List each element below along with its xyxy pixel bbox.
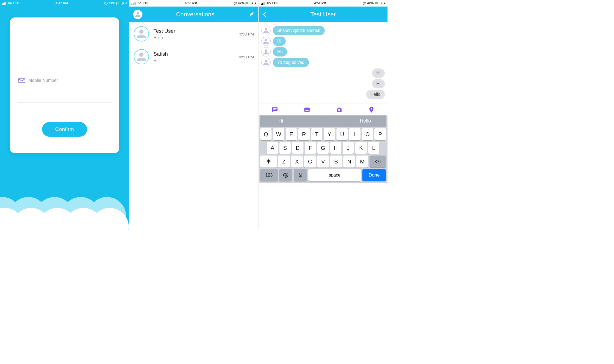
back-button[interactable] [261, 11, 268, 18]
done-key[interactable]: Done [362, 169, 386, 181]
header: Conversations [129, 7, 258, 22]
person-icon [263, 38, 269, 44]
battery-pct: 42% [238, 1, 245, 5]
key-s[interactable]: S [279, 142, 291, 154]
key-n[interactable]: N [343, 156, 355, 168]
conversation-list: Test User Hello 4:50 PM Satish Hi 4:50 P… [129, 22, 258, 68]
alarm-icon [104, 2, 108, 5]
shift-key[interactable] [260, 156, 277, 168]
avatar [134, 49, 149, 64]
text-message-button[interactable] [271, 106, 279, 113]
dictation-key[interactable] [294, 169, 307, 181]
chat-screen: Jio LTE 4:51 PM 42% ⚡︎ Test User Shshsh … [258, 0, 388, 230]
attachment-bar [259, 103, 388, 115]
key-d[interactable]: D [292, 142, 303, 154]
suggestion-bar: HiIHello [260, 115, 386, 127]
avatar [261, 47, 271, 56]
key-v[interactable]: V [317, 156, 329, 168]
message-row: Yo bug solved [261, 58, 385, 67]
status-time: 4:47 PM [56, 1, 68, 5]
suggestion[interactable]: Hi [260, 115, 302, 127]
message-row: Hi [261, 68, 385, 78]
key-z[interactable]: Z [278, 156, 290, 168]
battery-icon [246, 2, 253, 5]
conversation-time: 4:50 PM [239, 55, 254, 59]
message-bubble: Hello [366, 90, 385, 99]
network-label: LTE [272, 1, 278, 5]
person-icon [263, 59, 269, 65]
conversation-time: 4:50 PM [239, 32, 254, 36]
status-bar: Jio LTE 4:50 PM 42% ⚡︎ [129, 0, 258, 7]
avatar [261, 58, 271, 67]
battery-pct: 41% [109, 1, 115, 5]
avatar [261, 37, 271, 46]
key-j[interactable]: J [343, 142, 354, 154]
confirm-button[interactable]: Confirm [42, 122, 87, 137]
location-button[interactable] [367, 106, 375, 113]
battery-pct: 42% [367, 1, 374, 5]
key-h[interactable]: H [330, 142, 341, 154]
globe-key[interactable] [279, 169, 292, 181]
camera-button[interactable] [335, 106, 343, 113]
status-time: 4:50 PM [185, 1, 197, 5]
key-c[interactable]: C [304, 156, 316, 168]
alarm-icon [363, 2, 366, 5]
message-bubble: Hi [372, 68, 385, 78]
battery-icon [375, 2, 382, 5]
charging-icon: ⚡︎ [383, 2, 385, 5]
key-q[interactable]: Q [260, 128, 272, 140]
page-title: Conversations [176, 11, 214, 18]
person-icon [136, 52, 147, 62]
carrier-label: Jio [137, 1, 141, 5]
message-bubble: Hi [372, 79, 385, 88]
key-k[interactable]: K [355, 142, 366, 154]
key-y[interactable]: Y [324, 128, 335, 140]
key-r[interactable]: R [298, 128, 310, 140]
message-bubble: Shshsh zjzbzb shsbsb [273, 26, 325, 35]
key-a[interactable]: A [267, 142, 278, 154]
conversation-item[interactable]: Test User Hello 4:50 PM [129, 22, 258, 45]
status-time: 4:51 PM [314, 1, 326, 5]
mobile-field[interactable] [17, 58, 112, 103]
clouds-decoration [0, 183, 129, 230]
person-icon [135, 11, 141, 17]
key-g[interactable]: G [317, 142, 329, 154]
key-u[interactable]: U [336, 128, 348, 140]
key-o[interactable]: O [362, 128, 373, 140]
avatar [134, 26, 149, 41]
key-e[interactable]: E [286, 128, 297, 140]
backspace-key[interactable] [369, 156, 386, 168]
message-row: Shshsh zjzbzb shsbsb [261, 26, 385, 35]
key-f[interactable]: F [305, 142, 316, 154]
suggestion[interactable]: I [302, 115, 344, 127]
key-m[interactable]: M [356, 156, 368, 168]
signal-icon [2, 2, 6, 5]
message-row: Hi [261, 79, 385, 88]
key-l[interactable]: L [368, 142, 379, 154]
charging-icon: ⚡︎ [125, 2, 127, 5]
symbols-key[interactable]: 123 [260, 169, 278, 181]
signal-icon [261, 2, 265, 5]
message-row: Hi [261, 37, 385, 46]
key-p[interactable]: P [374, 128, 386, 140]
space-key[interactable]: space [308, 169, 361, 181]
profile-button[interactable] [133, 10, 142, 19]
mobile-input[interactable] [28, 78, 111, 83]
network-label: LTE [13, 1, 19, 5]
chat-message-list[interactable]: Shshsh zjzbzb shsbsb Hi Hh Yo bug solved… [259, 22, 388, 102]
key-i[interactable]: I [349, 128, 360, 140]
message-bubble: Hi [273, 37, 286, 46]
key-b[interactable]: B [330, 156, 342, 168]
conversation-item[interactable]: Satish Hi 4:50 PM [129, 45, 258, 68]
key-x[interactable]: X [291, 156, 303, 168]
page-title: Test User [259, 11, 388, 18]
key-w[interactable]: W [273, 128, 284, 140]
message-bubble: Yo bug solved [273, 58, 309, 67]
keyboard: HiIHello QWERTYUIOP ASDFGHJKL ZXCVBNM 12… [259, 115, 388, 183]
suggestion[interactable]: Hello [344, 115, 386, 127]
image-button[interactable] [303, 106, 311, 113]
alarm-icon [234, 2, 237, 5]
conversation-preview: Hi [153, 58, 234, 63]
key-t[interactable]: T [311, 128, 323, 140]
compose-button[interactable] [248, 11, 255, 18]
